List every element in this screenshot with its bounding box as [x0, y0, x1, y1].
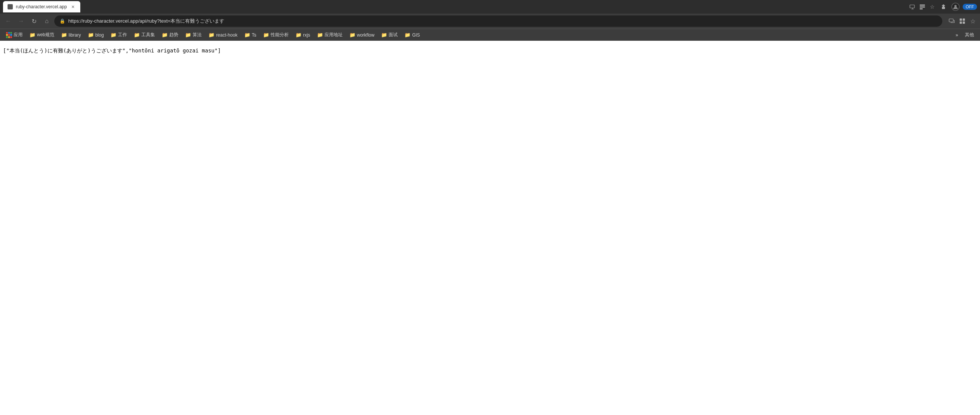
bookmark-label: workflow [357, 32, 375, 38]
screen-mirror-icon[interactable] [948, 17, 956, 25]
bookmark-item-interview[interactable]: 📁 面试 [378, 30, 401, 40]
address-bar-row: ← → ↻ ⌂ 🔒 https://ruby-character.vercel.… [0, 14, 980, 29]
bookmarks-bar: 应用 📁 web规范 📁 library 📁 blog 📁 工作 📁 工具集 📁… [0, 29, 980, 41]
folder-icon: 📁 [349, 32, 355, 38]
tab-grid-icon[interactable] [958, 17, 966, 25]
extensions-icon[interactable] [939, 2, 948, 12]
tab-title: ruby-character.vercel.app [16, 4, 67, 10]
svg-rect-9 [959, 21, 962, 24]
bookmark-item-workflow[interactable]: 📁 workflow [347, 30, 378, 39]
folder-icon: 📁 [381, 32, 387, 38]
bookmark-label: Ts [252, 32, 256, 38]
bookmark-item-work[interactable]: 📁 工作 [107, 30, 130, 40]
folder-icon: 📁 [88, 32, 94, 38]
folder-icon: 📁 [208, 32, 215, 38]
bookmark-label: 性能分析 [270, 32, 289, 38]
home-button[interactable]: ⌂ [41, 16, 52, 26]
bookmark-star-icon[interactable]: ☆ [929, 3, 935, 10]
folder-icon: 📁 [61, 32, 67, 38]
bookmark-label: 工作 [118, 32, 127, 38]
svg-rect-1 [920, 5, 925, 6]
lock-icon: 🔒 [60, 19, 65, 24]
svg-rect-4 [942, 7, 945, 9]
bookmark-item-web-standards[interactable]: 📁 web规范 [26, 30, 57, 40]
extension-toggle[interactable]: OFF [963, 4, 977, 10]
browser-profile-icon[interactable] [951, 3, 959, 11]
folder-icon: 📁 [263, 32, 269, 38]
json-response: ["本当(ほんとう)に有難(ありがと)うございます","hontōni arig… [3, 47, 977, 55]
bookmark-item-tools[interactable]: 📁 工具集 [131, 30, 158, 40]
other-bookmarks-button[interactable]: 其他 [962, 30, 977, 40]
folder-icon: 📁 [134, 32, 140, 38]
extension-toggle-label: OFF [966, 5, 974, 9]
bookmark-label: 算法 [192, 32, 202, 38]
bookmark-apps-label: 应用 [14, 32, 22, 38]
folder-icon: 📁 [244, 32, 250, 38]
bookmark-item-algorithms[interactable]: 📁 算法 [182, 30, 205, 40]
url-text: https://ruby-character.vercel.app/api/ru… [68, 18, 937, 24]
bookmark-label: blog [95, 32, 104, 38]
bookmark-label: 应用地址 [325, 32, 343, 38]
svg-rect-0 [910, 5, 915, 8]
svg-rect-3 [920, 8, 923, 10]
bookmark-item-address[interactable]: 📁 应用地址 [314, 30, 346, 40]
bookmarks-more-button[interactable]: » [953, 31, 961, 39]
bookmark-item-perf[interactable]: 📁 性能分析 [260, 30, 292, 40]
bookmark-item-rxjs[interactable]: 📁 rxjs [293, 30, 313, 39]
folder-icon: 📁 [317, 32, 323, 38]
bookmark-item-library[interactable]: 📁 library [58, 30, 84, 39]
back-button[interactable]: ← [3, 16, 14, 26]
bookmark-label: 趋势 [169, 32, 178, 38]
folder-icon: 📁 [296, 32, 302, 38]
bookmark-label: web规范 [37, 32, 54, 38]
bookmark-label: rxjs [303, 32, 310, 38]
folder-icon: 📁 [404, 32, 410, 38]
svg-rect-6 [949, 19, 953, 22]
tab-bar: ruby-character.vercel.app ✕ ☆ [0, 0, 980, 14]
folder-icon: 📁 [162, 32, 168, 38]
refresh-button[interactable]: ↻ [29, 16, 39, 26]
page-content: ["本当(ほんとう)に有難(ありがと)うございます","hontōni arig… [0, 41, 980, 415]
svg-rect-10 [963, 21, 965, 24]
bookmark-label: library [68, 32, 81, 38]
bookmark-item-blog[interactable]: 📁 blog [85, 30, 107, 39]
svg-rect-7 [959, 19, 962, 21]
tab-search-icon[interactable] [919, 3, 926, 10]
bookmark-item-react-hook[interactable]: 📁 react-hook [205, 30, 240, 39]
toolbar-right-icons: ☆ [948, 17, 977, 25]
svg-rect-2 [920, 6, 925, 8]
folder-icon: 📁 [29, 32, 35, 38]
active-tab[interactable]: ruby-character.vercel.app ✕ [3, 1, 80, 13]
bookmark-item-gis[interactable]: 📁 GIS [401, 30, 423, 39]
bookmark-label: 面试 [388, 32, 398, 38]
bookmark-item-ts[interactable]: 📁 Ts [241, 30, 259, 39]
bookmark-label: GIS [412, 32, 420, 38]
svg-rect-8 [963, 19, 965, 21]
tab-favicon [8, 4, 13, 10]
bookmark-label: 工具集 [142, 32, 155, 38]
forward-button[interactable]: → [16, 16, 26, 26]
browser-chrome: ruby-character.vercel.app ✕ ☆ [0, 0, 980, 41]
bookmark-item-apps[interactable]: 应用 [3, 30, 25, 40]
favorites-star-icon[interactable]: ☆ [969, 17, 977, 25]
bookmark-label: react-hook [216, 32, 237, 38]
tab-bar-icons: ☆ OFF [909, 2, 977, 12]
bookmark-item-trends[interactable]: 📁 趋势 [159, 30, 181, 40]
folder-icon: 📁 [185, 32, 191, 38]
apps-grid-icon [6, 32, 12, 38]
screencast-icon[interactable] [909, 3, 916, 10]
tab-close-button[interactable]: ✕ [70, 4, 76, 10]
folder-icon: 📁 [110, 32, 116, 38]
address-bar[interactable]: 🔒 https://ruby-character.vercel.app/api/… [54, 16, 942, 27]
